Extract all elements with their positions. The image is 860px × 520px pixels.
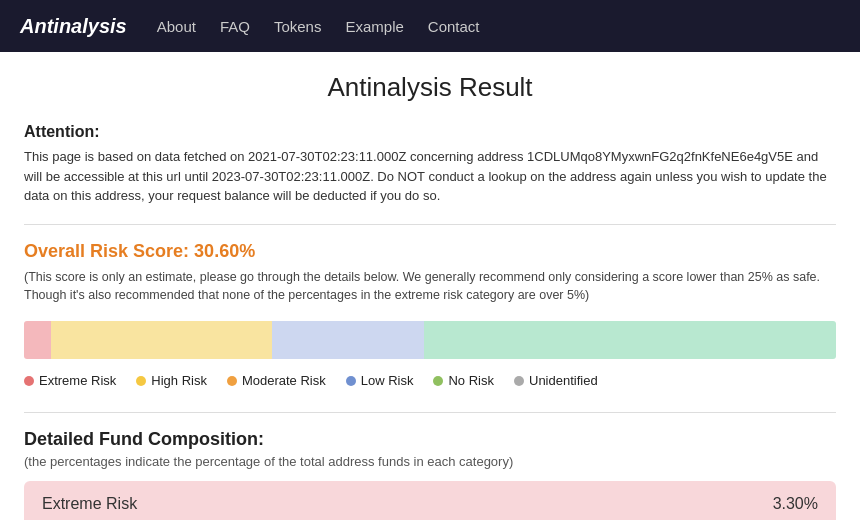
risk-score-title: Overall Risk Score: 30.60% bbox=[24, 241, 836, 262]
legend-dot-4 bbox=[433, 376, 443, 386]
legend-item-1: High Risk bbox=[136, 373, 207, 388]
legend-label-3: Low Risk bbox=[361, 373, 414, 388]
attention-box: Attention: This page is based on data fe… bbox=[24, 123, 836, 206]
risk-segment-3 bbox=[272, 321, 424, 359]
divider-2 bbox=[24, 412, 836, 413]
nav-contact[interactable]: Contact bbox=[428, 18, 480, 35]
attention-text: This page is based on data fetched on 20… bbox=[24, 147, 836, 206]
legend-label-2: Moderate Risk bbox=[242, 373, 326, 388]
detailed-section: Detailed Fund Composition: (the percenta… bbox=[24, 429, 836, 520]
fund-row-label-0: Extreme Risk bbox=[42, 495, 137, 513]
nav-about[interactable]: About bbox=[157, 18, 196, 35]
legend-label-1: High Risk bbox=[151, 373, 207, 388]
attention-heading: Attention: bbox=[24, 123, 836, 141]
legend-dot-0 bbox=[24, 376, 34, 386]
main-content: Antinalysis Result Attention: This page … bbox=[0, 52, 860, 520]
legend-item-3: Low Risk bbox=[346, 373, 414, 388]
fund-row-0: Extreme Risk3.30% bbox=[24, 481, 836, 520]
risk-segment-1 bbox=[51, 321, 273, 359]
legend-label-0: Extreme Risk bbox=[39, 373, 116, 388]
legend-label-5: Unidentified bbox=[529, 373, 598, 388]
legend-item-0: Extreme Risk bbox=[24, 373, 116, 388]
nav-links: About FAQ Tokens Example Contact bbox=[157, 18, 480, 35]
risk-score-value: 30.60% bbox=[194, 241, 255, 261]
risk-bar bbox=[24, 321, 836, 359]
page-title: Antinalysis Result bbox=[24, 72, 836, 103]
nav-faq[interactable]: FAQ bbox=[220, 18, 250, 35]
legend-dot-5 bbox=[514, 376, 524, 386]
risk-legend: Extreme RiskHigh RiskModerate RiskLow Ri… bbox=[24, 369, 836, 396]
nav-tokens[interactable]: Tokens bbox=[274, 18, 322, 35]
fund-rows: Extreme Risk3.30% bbox=[24, 481, 836, 520]
legend-dot-3 bbox=[346, 376, 356, 386]
detailed-subtitle: (the percentages indicate the percentage… bbox=[24, 454, 836, 469]
legend-dot-2 bbox=[227, 376, 237, 386]
navbar: Antinalysis About FAQ Tokens Example Con… bbox=[0, 0, 860, 52]
legend-item-5: Unidentified bbox=[514, 373, 598, 388]
risk-score-section: Overall Risk Score: 30.60% (This score i… bbox=[24, 241, 836, 306]
legend-dot-1 bbox=[136, 376, 146, 386]
nav-example[interactable]: Example bbox=[345, 18, 403, 35]
risk-segment-5 bbox=[424, 321, 836, 359]
legend-item-4: No Risk bbox=[433, 373, 494, 388]
brand-logo: Antinalysis bbox=[20, 15, 127, 38]
fund-row-value-0: 3.30% bbox=[773, 495, 818, 513]
legend-item-2: Moderate Risk bbox=[227, 373, 326, 388]
detailed-heading: Detailed Fund Composition: bbox=[24, 429, 836, 450]
risk-score-note: (This score is only an estimate, please … bbox=[24, 268, 836, 306]
legend-label-4: No Risk bbox=[448, 373, 494, 388]
divider-1 bbox=[24, 224, 836, 225]
risk-segment-0 bbox=[24, 321, 51, 359]
risk-score-label: Overall Risk Score: bbox=[24, 241, 189, 261]
